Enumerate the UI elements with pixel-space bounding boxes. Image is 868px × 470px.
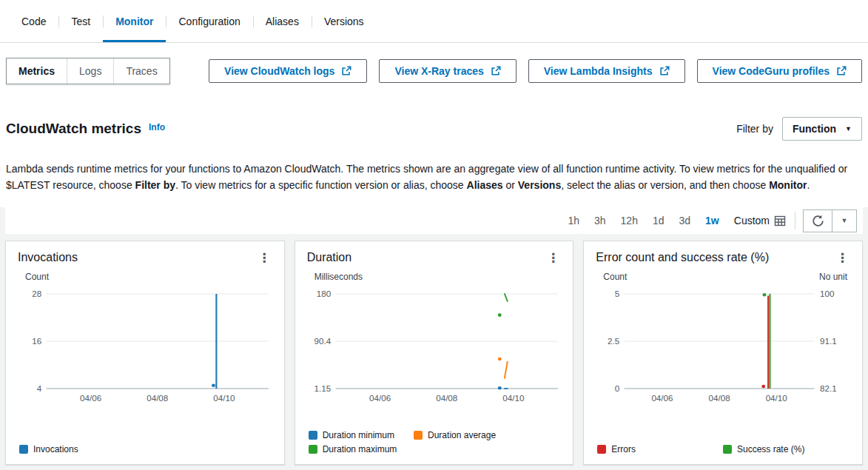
info-link[interactable]: Info <box>149 122 165 132</box>
legend-item[interactable]: Duration maximum <box>309 444 397 454</box>
svg-text:04/06: 04/06 <box>80 394 101 403</box>
filter-dropdown-value: Function <box>793 123 836 135</box>
refresh-button[interactable] <box>803 209 832 232</box>
time-range-3d[interactable]: 3d <box>672 212 699 229</box>
filter-by-label: Filter by <box>736 123 773 135</box>
external-link-icon <box>491 66 501 76</box>
legend-item[interactable]: Duration average <box>414 430 496 440</box>
subtab-metrics[interactable]: Metrics <box>7 58 67 84</box>
chart-card-errors: Error count and success rate (%) ⋮ Count… <box>583 241 863 465</box>
legend-item[interactable]: Invocations <box>19 444 78 454</box>
view-xray-traces-button[interactable]: View X-Ray traces <box>379 59 516 83</box>
page-title: CloudWatch metrics <box>6 121 141 137</box>
legend-color-chip <box>309 431 317 440</box>
y-axis-label: Count <box>25 272 49 282</box>
filter-dropdown[interactable]: Function ▼ <box>782 117 862 141</box>
monitor-sub-row: Metrics Logs Traces View CloudWatch logs… <box>0 43 868 84</box>
svg-text:91.1: 91.1 <box>820 337 837 346</box>
description-segment: . <box>807 179 810 191</box>
chevron-down-icon: ▼ <box>841 217 848 224</box>
invocations-chart: 2816404/0604/0804/10 <box>12 283 278 408</box>
view-cloudwatch-logs-button[interactable]: View CloudWatch logs <box>209 59 367 83</box>
chart-title: Invocations <box>18 251 78 264</box>
svg-text:04/08: 04/08 <box>147 394 168 403</box>
svg-text:04/10: 04/10 <box>502 394 524 403</box>
legend-label: Success rate (%) <box>737 444 804 454</box>
description-segment: , select the alias or version, and then … <box>561 179 769 191</box>
chart-card-duration: Duration ⋮ Milliseconds 18090.41.1504/06… <box>295 241 574 465</box>
legend-label: Duration minimum <box>323 430 394 440</box>
time-range-custom[interactable]: Custom <box>727 212 773 229</box>
svg-text:04/06: 04/06 <box>369 394 391 403</box>
button-label: View CodeGuru profiles <box>713 65 830 77</box>
svg-text:2.5: 2.5 <box>608 337 619 346</box>
svg-text:16: 16 <box>32 337 41 346</box>
description-segment: Filter by <box>135 179 175 191</box>
description-segment: or <box>503 179 518 191</box>
tab-test[interactable]: Test <box>58 0 103 42</box>
heading-row: CloudWatch metrics Info Filter by Functi… <box>0 117 868 141</box>
description: Lambda sends runtime metrics for your fu… <box>0 151 868 193</box>
legend-item[interactable]: Errors <box>597 444 636 454</box>
time-range-12h[interactable]: 12h <box>613 212 645 229</box>
kebab-menu-icon[interactable]: ⋮ <box>832 252 853 264</box>
divider <box>795 212 795 229</box>
y-axis-label-right: No unit <box>819 272 847 282</box>
tab-monitor[interactable]: Monitor <box>103 0 166 42</box>
svg-text:28: 28 <box>32 289 41 298</box>
svg-text:82.1: 82.1 <box>820 384 837 393</box>
calendar-icon[interactable] <box>773 212 792 229</box>
legend-item[interactable]: Success rate (%) <box>723 444 804 454</box>
svg-text:1.15: 1.15 <box>314 384 331 393</box>
tab-code[interactable]: Code <box>9 0 58 42</box>
external-action-buttons: View CloudWatch logs View X-Ray traces V… <box>209 59 862 83</box>
monitor-sub-tabs: Metrics Logs Traces <box>6 58 170 84</box>
legend-color-chip <box>19 445 28 454</box>
svg-text:90.4: 90.4 <box>314 337 331 346</box>
time-range-bar: 1h 3h 12h 1d 3d 1w Custom ▼ <box>5 207 863 234</box>
kebab-menu-icon[interactable]: ⋮ <box>542 252 564 264</box>
chart-title: Error count and success rate (%) <box>596 251 769 264</box>
chart-card-invocations: Invocations ⋮ Count 2816404/0604/0804/10… <box>5 241 285 465</box>
chart-legend: ErrorsSuccess rate (%) <box>584 441 862 464</box>
chart-plot: 2816404/0604/0804/10 <box>6 282 284 408</box>
refresh-options-button[interactable]: ▼ <box>832 209 857 232</box>
legend-label: Errors <box>611 444 636 454</box>
time-range-3h[interactable]: 3h <box>587 212 613 229</box>
duration-chart: 18090.41.1504/0604/0804/10 <box>301 283 568 408</box>
tab-versions[interactable]: Versions <box>312 0 377 42</box>
charts-row: Invocations ⋮ Count 2816404/0604/0804/10… <box>5 241 863 465</box>
legend-label: Invocations <box>33 444 78 454</box>
y-axis-label: Count <box>603 272 627 282</box>
chart-legend: Invocations <box>6 441 284 464</box>
svg-text:04/10: 04/10 <box>213 394 235 403</box>
button-label: View CloudWatch logs <box>224 65 334 77</box>
description-segment: Monitor <box>769 179 807 191</box>
tab-aliases[interactable]: Aliases <box>253 0 312 42</box>
subtab-traces[interactable]: Traces <box>113 58 169 84</box>
view-codeguru-profiles-button[interactable]: View CodeGuru profiles <box>697 59 862 83</box>
tab-configuration[interactable]: Configuration <box>166 0 252 42</box>
chevron-down-icon: ▼ <box>845 125 852 132</box>
legend-item[interactable]: Duration minimum <box>309 430 394 440</box>
legend-color-chip <box>597 445 606 454</box>
subtab-logs[interactable]: Logs <box>67 58 113 84</box>
chart-title: Duration <box>307 251 351 264</box>
svg-text:100: 100 <box>820 289 834 298</box>
error-success-chart: 51002.591.1082.104/0604/0804/10 <box>590 283 856 408</box>
chart-legend: Duration minimumDuration averageDuration… <box>295 427 573 464</box>
time-range-1w[interactable]: 1w <box>698 212 727 229</box>
view-lambda-insights-button[interactable]: View Lambda Insights <box>528 59 685 83</box>
svg-text:04/10: 04/10 <box>766 394 787 403</box>
legend-color-chip <box>723 445 732 454</box>
svg-text:04/06: 04/06 <box>652 394 673 403</box>
time-range-1h[interactable]: 1h <box>560 212 587 229</box>
svg-text:180: 180 <box>316 289 330 298</box>
button-label: View Lambda Insights <box>544 65 653 77</box>
external-link-icon <box>836 66 847 76</box>
kebab-menu-icon[interactable]: ⋮ <box>254 252 275 264</box>
description-segment: Aliases <box>467 179 503 191</box>
time-range-1d[interactable]: 1d <box>645 212 672 229</box>
description-segment: Versions <box>518 179 561 191</box>
svg-text:0: 0 <box>615 384 619 393</box>
